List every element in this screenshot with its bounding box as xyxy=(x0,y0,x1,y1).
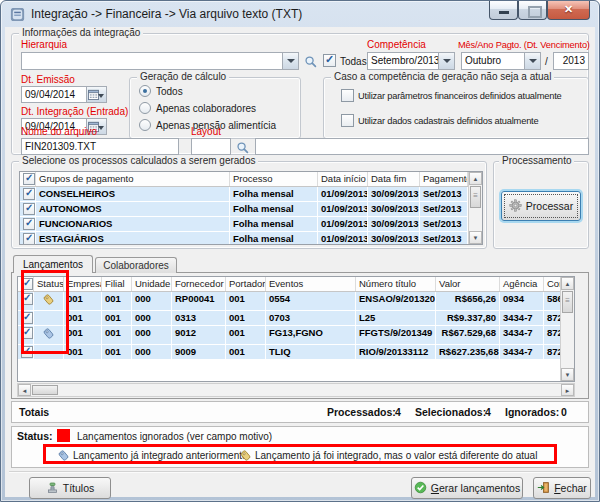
ano-field[interactable]: 2013 xyxy=(553,52,589,70)
header-processo[interactable]: Processo xyxy=(230,172,318,186)
lancamento-row[interactable]: 001 001 000 9012 001 FG13,FGNO FFGTS/9/2… xyxy=(18,326,574,345)
row-checkbox[interactable] xyxy=(23,218,35,230)
cell-empresa: 001 xyxy=(64,311,102,325)
radio-apenas-colaboradores[interactable] xyxy=(139,102,151,114)
header-grupos[interactable]: Grupos de pagamento xyxy=(36,172,230,186)
header-status[interactable]: Status xyxy=(34,277,64,291)
header-agencia[interactable]: Agência xyxy=(500,277,544,291)
chevron-down-icon[interactable] xyxy=(438,53,454,69)
fechar-button[interactable]: Fechar xyxy=(533,477,591,499)
header-unidade[interactable]: Unidade xyxy=(132,277,172,291)
scrollbar-thumb[interactable] xyxy=(32,385,58,395)
cell-fornecedor: 9012 xyxy=(172,326,226,344)
scroll-right-icon[interactable] xyxy=(561,384,574,396)
row-checkbox[interactable] xyxy=(21,327,33,339)
cell-unidade: 000 xyxy=(132,326,172,344)
row-checkbox[interactable] xyxy=(21,312,33,324)
titulos-button[interactable]: Títulos xyxy=(29,477,111,499)
lancamento-row[interactable]: 001 001 000 RP00041 001 0554 ENSAO/9/201… xyxy=(18,292,574,311)
maximize-button[interactable] xyxy=(518,1,547,20)
processo-row[interactable]: CONSELHEIROS Folha mensal 01/09/2013 30/… xyxy=(20,187,482,202)
row-checkbox-cell[interactable] xyxy=(18,326,34,344)
lancamento-row[interactable]: 001 001 000 0313 001 0703 L25 R$9.337,80… xyxy=(18,311,574,326)
scroll-down-icon[interactable] xyxy=(561,368,574,381)
scrollbar-thumb[interactable] xyxy=(562,291,573,313)
minimize-button[interactable] xyxy=(489,1,518,20)
dt-emissao-field[interactable]: 09/04/2014 xyxy=(21,86,107,103)
cell-numero: FFGTS/9/201349 xyxy=(356,326,436,344)
green-check-icon xyxy=(414,481,427,496)
header-portador[interactable]: Portador xyxy=(226,277,266,291)
processo-row[interactable]: FUNCIONARIOS Folha mensal 01/09/2013 30/… xyxy=(20,217,482,232)
mes-combobox[interactable]: Outubro xyxy=(461,52,541,70)
calendar-icon[interactable] xyxy=(86,87,106,102)
nome-arquivo-field[interactable]: FIN201309.TXT xyxy=(21,138,179,155)
header-numero-titulo[interactable]: Número título xyxy=(356,277,436,291)
processar-button[interactable]: Processar xyxy=(501,191,581,221)
utilizar-parametros-checkbox[interactable] xyxy=(341,89,354,102)
chevron-down-icon[interactable] xyxy=(282,53,298,69)
row-checkbox-cell[interactable] xyxy=(18,311,34,325)
tab-colaboradores[interactable]: Colaboradores xyxy=(95,257,177,273)
processo-row[interactable]: AUTONOMOS Folha mensal 01/09/2013 30/09/… xyxy=(20,202,482,217)
vertical-scrollbar[interactable] xyxy=(468,172,482,244)
utilizar-dados-label: Utilizar dados cadastrais definidos atua… xyxy=(358,116,538,126)
row-checkbox-cell[interactable] xyxy=(20,232,36,245)
select-all-cell[interactable] xyxy=(20,172,36,186)
competencia-label: Competência xyxy=(367,39,426,50)
scroll-left-icon[interactable] xyxy=(18,384,31,396)
row-checkbox-cell[interactable] xyxy=(18,292,34,310)
utilizar-dados-checkbox[interactable] xyxy=(341,114,354,127)
competencia-combobox[interactable]: Setembro/2013 xyxy=(367,52,455,70)
scroll-up-icon[interactable] xyxy=(561,277,574,290)
horizontal-scrollbar[interactable] xyxy=(17,383,575,397)
search-icon[interactable] xyxy=(304,54,317,72)
header-data-fim[interactable]: Data fim xyxy=(368,172,420,186)
row-checkbox[interactable] xyxy=(21,346,33,358)
row-checkbox-cell[interactable] xyxy=(18,345,34,359)
cell-agencia: 3434-7 xyxy=(500,345,544,359)
lancamento-row[interactable]: 001 001 000 9009 001 TLIQ RIO/9/20133112… xyxy=(18,345,574,360)
header-data-inicio[interactable]: Data início xyxy=(318,172,368,186)
radio-apenas-pensao[interactable] xyxy=(139,119,151,131)
scrollbar-thumb[interactable] xyxy=(470,186,481,208)
select-all-cell[interactable] xyxy=(18,277,34,291)
hierarquia-combobox[interactable] xyxy=(21,52,299,70)
row-checkbox-cell[interactable] xyxy=(20,217,36,231)
row-checkbox-cell[interactable] xyxy=(20,202,36,216)
cell-portador: 001 xyxy=(226,326,266,344)
cell-numero: ENSAO/9/201320 xyxy=(356,292,436,310)
slash-separator: / xyxy=(545,56,548,67)
header-pagamento[interactable]: Pagamento xyxy=(420,172,468,186)
scroll-down-icon[interactable] xyxy=(469,231,482,244)
vertical-scrollbar[interactable] xyxy=(560,277,574,381)
titlebar[interactable]: Integração -> Financeira -> Via arquivo … xyxy=(1,1,599,27)
dt-integracao-label: Dt. Integração (Entrada) xyxy=(21,106,128,117)
scroll-up-icon[interactable] xyxy=(469,172,482,185)
cell-fornecedor: RP00041 xyxy=(172,292,226,310)
header-eventos[interactable]: Eventos xyxy=(266,277,356,291)
close-button[interactable] xyxy=(547,1,590,20)
processo-row[interactable]: ESTAGIÁRIOS Folha mensal 01/09/2013 30/0… xyxy=(20,232,482,245)
row-checkbox[interactable] xyxy=(23,203,35,215)
todas-checkbox[interactable] xyxy=(323,54,336,67)
chevron-down-icon[interactable] xyxy=(524,53,540,69)
header-valor[interactable]: Valor xyxy=(436,277,500,291)
cell-empresa: 001 xyxy=(64,292,102,310)
cell-inicio: 01/09/2013 xyxy=(318,232,368,245)
row-checkbox[interactable] xyxy=(21,293,33,305)
layout-desc-field[interactable] xyxy=(255,138,589,155)
header-filial[interactable]: Filial xyxy=(102,277,132,291)
gerar-lancamentos-button[interactable]: Gerar lançamentos xyxy=(411,477,523,499)
row-checkbox[interactable] xyxy=(23,233,35,245)
cell-fornecedor: 9009 xyxy=(172,345,226,359)
header-empresa[interactable]: Empresa xyxy=(64,277,102,291)
select-all-checkbox[interactable] xyxy=(21,278,33,290)
select-all-checkbox[interactable] xyxy=(23,173,35,185)
layout-code-field[interactable] xyxy=(191,138,231,155)
radio-todos[interactable] xyxy=(139,85,151,97)
row-checkbox-cell[interactable] xyxy=(20,187,36,201)
header-fornecedor[interactable]: Fornecedor xyxy=(172,277,226,291)
row-checkbox[interactable] xyxy=(23,188,35,200)
tab-lancamentos[interactable]: Lançamentos xyxy=(13,255,93,273)
